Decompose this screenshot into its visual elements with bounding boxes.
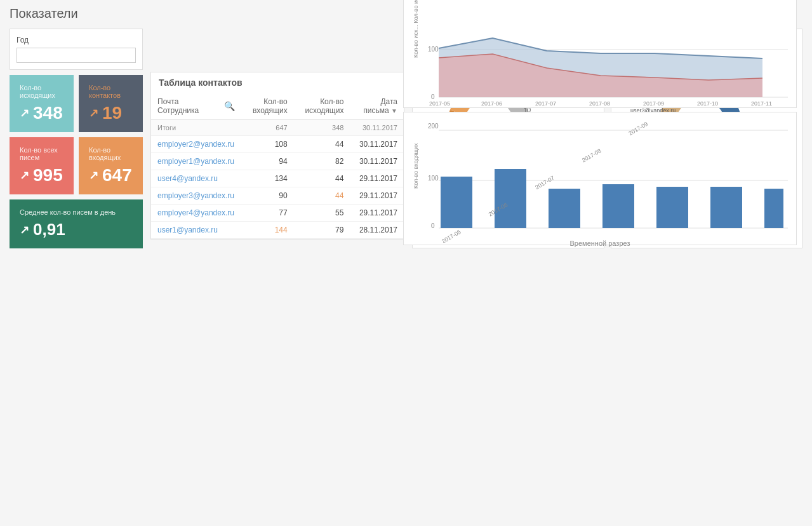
bar-3 xyxy=(602,184,634,228)
bar-x-label-4: 2017-09 xyxy=(628,121,649,137)
y-axis-label: Кол-во исх... Кол-во исх... xyxy=(413,0,419,58)
y-mid-label-bar: 100 xyxy=(428,175,439,182)
bar-x-label-0: 2017-05 xyxy=(441,229,462,243)
bar-0 xyxy=(441,177,472,228)
page-container: Показатели Год ... Кол-во исходящих ↗ 34… xyxy=(0,0,812,252)
bar-x-label-2: 2017-07 xyxy=(534,175,556,191)
bar-4 xyxy=(656,187,688,228)
y-max-label-bar: 200 xyxy=(428,123,439,130)
x-label-3: 2017-08 xyxy=(589,100,610,105)
x-label-1: 2017-06 xyxy=(481,100,502,105)
x-label-4: 2017-09 xyxy=(643,100,664,105)
x-label-6: 2017-11 xyxy=(751,100,772,105)
y-axis-label-bar: Кол-во входящих xyxy=(413,143,419,189)
bar-chart-container: 200 100 0 Кол-во входящих xyxy=(403,112,797,245)
area-chart-svg: 200 100 0 Кол-во исх... Кол-во исх... xyxy=(410,0,791,105)
bar-2 xyxy=(549,189,580,228)
y-min-label: 0 xyxy=(431,93,435,100)
bar-1 xyxy=(495,169,526,228)
x-label-2: 2017-07 xyxy=(535,100,556,105)
y-min-label-bar: 0 xyxy=(431,222,435,229)
x-label-5: 2017-10 xyxy=(697,100,718,105)
bar-x-label-3: 2017-08 xyxy=(581,147,602,163)
y-mid-label: 100 xyxy=(428,46,439,53)
x-label-0: 2017-05 xyxy=(429,100,450,105)
bar-5 xyxy=(710,187,742,228)
bar-6 xyxy=(764,189,783,228)
bar-chart-svg: 200 100 0 Кол-во входящих xyxy=(410,119,791,243)
area-chart-container: 200 100 0 Кол-во исх... Кол-во исх... xyxy=(403,0,797,108)
